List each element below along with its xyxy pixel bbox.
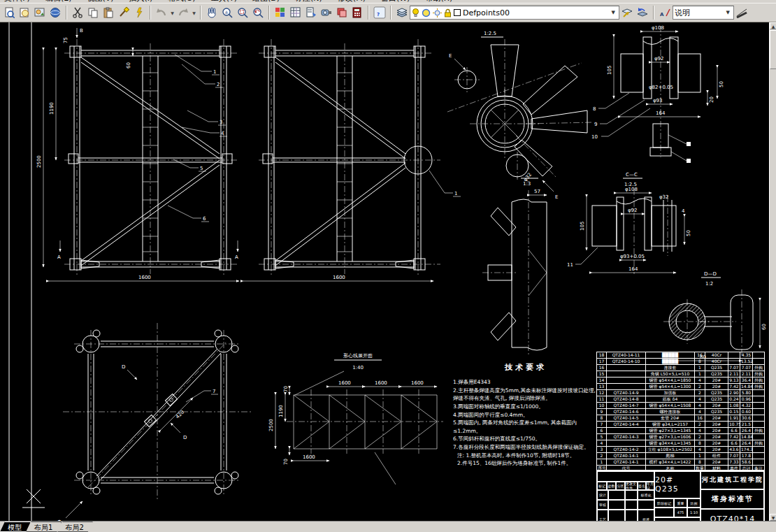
view-title: D—D [704, 271, 717, 277]
layer-combo[interactable]: Defpoints00 ▼ [410, 6, 619, 20]
pan-icon[interactable] [204, 6, 220, 20]
table-cell: 筋板 δ4 [646, 396, 695, 403]
text-style-icon[interactable]: A [657, 6, 673, 20]
zoom-window-icon[interactable] [235, 6, 250, 20]
sphere-icon[interactable] [48, 6, 63, 20]
table-cell: 21.5 [740, 422, 753, 428]
undo-icon[interactable] [154, 6, 169, 20]
menu-item[interactable]: 格式(O) [168, 0, 195, 3]
redraw-icon[interactable] [131, 6, 147, 20]
dim-label: 105 [607, 66, 612, 75]
tab-layout1[interactable]: 布局1 [27, 522, 62, 532]
aerial-view-icon[interactable] [273, 6, 288, 20]
rev-label: 签名 [638, 482, 646, 490]
chevron-down-icon[interactable]: ▼ [610, 10, 617, 15]
menu-item[interactable]: 帮助(H) [425, 0, 452, 3]
table-row: 16连接套1Q2357.077.07外购 [597, 365, 765, 371]
table-row: 6钢管 φ27×3,L=1345420#6.626.4外购 [597, 428, 765, 434]
plot-preview-icon[interactable] [1, 6, 17, 20]
toolbar-group-layers: Defpoints00 ▼ [393, 4, 652, 21]
text-style-value: 说明 [675, 8, 690, 18]
text-style-combo[interactable]: 说明 ▼ [673, 6, 734, 20]
table-cell: Q235 [705, 371, 728, 378]
vertical-scrollbar[interactable]: ▲ ▼ [769, 22, 776, 521]
weight-value: 475 [674, 508, 687, 517]
dim-label: φ92 [654, 56, 664, 62]
table-cell [728, 352, 740, 359]
menu-item[interactable]: 工具(T) [211, 0, 237, 3]
menu-item[interactable]: 文件(F) [4, 0, 30, 3]
table-cell: 14 [597, 378, 607, 384]
table-cell: 13.52 [740, 359, 753, 365]
toolbar-group-edit [69, 4, 148, 21]
table-cell: 2 [597, 453, 607, 459]
horizontal-scrollbar[interactable] [89, 522, 776, 532]
clean-screen-icon[interactable] [334, 6, 350, 20]
dim-label: 1190 [49, 102, 55, 115]
redo-dropdown-icon[interactable]: ▼ [191, 10, 197, 15]
table-cell: Q235 [705, 396, 728, 403]
dim-label: φ32 [659, 194, 669, 200]
layer-manager-icon[interactable] [288, 6, 303, 20]
copy-icon[interactable] [85, 6, 101, 20]
drawing-canvas[interactable]: .w { stroke:#fff; stroke-width:1; fill:n… [0, 22, 769, 521]
table-cell [607, 428, 646, 434]
table-cell: 8 [695, 359, 705, 365]
menu-item[interactable]: 窗口(W) [381, 0, 410, 3]
menu-item[interactable]: 修改(M) [338, 0, 366, 3]
make-object-layer-icon[interactable] [619, 6, 635, 20]
section-mark: D [183, 435, 187, 440]
undo-dropdown-icon[interactable]: ▼ [169, 10, 175, 15]
callout: 7 [213, 389, 215, 394]
table-row: 13钢管 φ54×4,L=1300220#7.4214.84外购 [597, 384, 765, 390]
scale-label: 比例 [687, 498, 700, 508]
table-cell: 7.07 [728, 453, 740, 459]
table-cell: 立柱 φ108×5,L=2502 [646, 447, 695, 453]
lineweight-icon[interactable] [734, 6, 749, 20]
layers-icon[interactable] [394, 6, 410, 20]
toolbar-group-tools [271, 4, 366, 21]
image-icon[interactable] [32, 6, 48, 20]
menu-item[interactable]: 插入(I) [129, 0, 153, 3]
menu-item[interactable]: 编辑(E) [45, 0, 72, 3]
menu-item[interactable]: 视图(V) [87, 0, 113, 3]
table-cell: 外购 [753, 378, 765, 384]
table-cell: 30.6 [740, 415, 753, 422]
table-row: 4钢管 φ34×4,L=1345820#6.626.4外购 [597, 440, 765, 447]
tech-req-title: 技术要求 [453, 362, 598, 373]
scroll-up-icon[interactable]: ▲ [770, 22, 776, 29]
zoom-realtime-icon[interactable]: ± [220, 6, 235, 20]
table-cell: 钢管 φ34×4,L=1345 [646, 440, 695, 447]
toolbar-separator [150, 6, 151, 20]
calculator-icon[interactable] [350, 6, 365, 20]
table-cell: 9.13 [728, 378, 740, 384]
menu-item[interactable]: 绘图(D) [252, 0, 280, 3]
zoom-previous-icon[interactable] [250, 6, 266, 20]
dim-label: 70 [283, 386, 289, 392]
redo-icon[interactable] [175, 6, 191, 20]
table-cell: 外购 [753, 371, 765, 378]
bom-table[interactable]: 18QTZ40-14-11█████1640Cr4.3517QTZ40-14-1… [596, 352, 765, 472]
tab-model[interactable]: 模型 [0, 522, 31, 532]
print-preview-icon[interactable] [17, 6, 32, 20]
vertical-scroll-thumb[interactable] [770, 30, 776, 69]
paste-icon[interactable] [101, 6, 116, 20]
table-cell: █████ [646, 352, 695, 359]
chevron-down-icon[interactable]: ▼ [724, 10, 732, 15]
app-window: 文件(F)编辑(E)视图(V)插入(I)格式(O)工具(T)绘图(D)标注(N)… [0, 0, 776, 532]
help-icon[interactable]: ? [372, 6, 387, 20]
scroll-down-icon[interactable]: ▼ [770, 514, 776, 521]
properties-icon[interactable] [303, 6, 319, 20]
tab-layout2[interactable]: 布局2 [57, 522, 92, 532]
menu-item[interactable]: 标注(N) [295, 0, 322, 3]
table-cell: 0.15 [728, 409, 740, 415]
toolbar-group-help: ? [371, 4, 389, 21]
dim-label: φ93 [653, 98, 663, 103]
match-properties-icon[interactable] [116, 6, 131, 20]
render-icon[interactable] [319, 6, 334, 20]
layer-previous-icon[interactable] [635, 6, 650, 20]
table-cell: QTZ40-14-6 [607, 409, 646, 415]
table-cell: 1 [597, 459, 607, 466]
cut-icon[interactable] [70, 6, 85, 20]
toolbar-separator [200, 6, 201, 20]
